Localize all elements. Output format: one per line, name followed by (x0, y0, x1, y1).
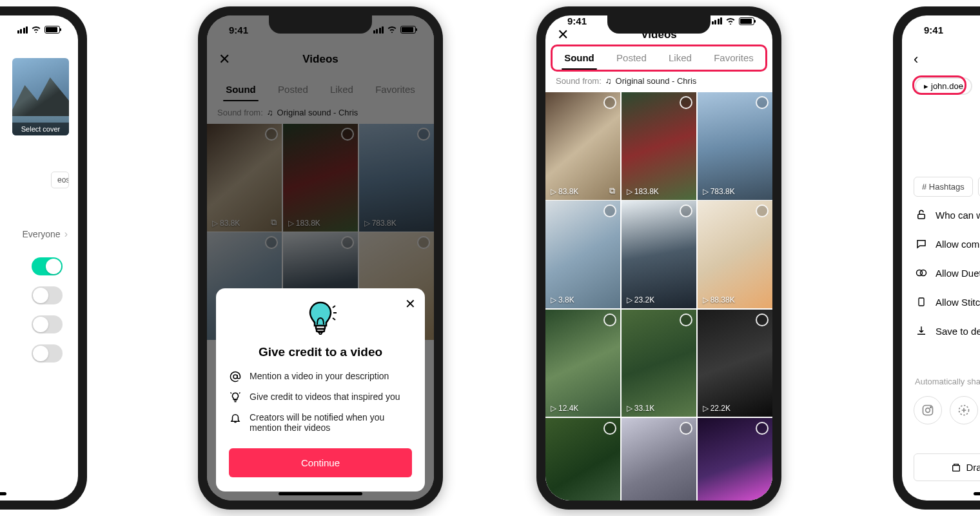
comment-icon (915, 238, 928, 250)
play-icon-small: ▸ (924, 81, 928, 91)
setting-privacy[interactable]: Who can watch t (915, 209, 980, 221)
svg-point-5 (233, 375, 237, 379)
share-label: Automatically share to: (915, 377, 980, 386)
tip-credit: Give credit to videos that inspired you (229, 392, 412, 403)
play-icon: ▷ (703, 187, 709, 196)
bell-icon (229, 412, 242, 424)
video-tile[interactable]: ▷3.8K (545, 201, 620, 308)
music-note-icon: ♫ (605, 76, 612, 86)
toggle-allow-comments[interactable] (32, 257, 63, 275)
battery-icon (44, 26, 60, 34)
download-icon (915, 325, 928, 337)
svg-rect-16 (953, 465, 960, 471)
play-icon: ▷ (551, 295, 556, 304)
play-icon: ▷ (627, 187, 632, 196)
mention-chip[interactable]: ▸ john.doe (915, 77, 972, 95)
cellular-icon (712, 17, 723, 25)
battery-icon (739, 17, 754, 25)
toggle-allow-duet[interactable] (32, 286, 63, 304)
setting-duet[interactable]: Allow Duet (915, 267, 980, 279)
share-instagram[interactable] (914, 396, 942, 424)
phone-post-settings: s, or ou Select cover eos o a video Ever… (0, 6, 87, 510)
status-bar: 9:41 (545, 15, 772, 26)
page-title: Videos (545, 28, 772, 41)
hashtags-chip[interactable]: # Hashtags (914, 177, 973, 197)
status-bar (0, 15, 78, 44)
share-icons-row (914, 396, 980, 424)
video-tile[interactable]: ▷12.4K (545, 310, 620, 417)
back-icon[interactable]: ‹ (914, 51, 918, 68)
svg-point-13 (926, 408, 930, 413)
privacy-row[interactable]: Everyone › (23, 228, 68, 240)
svg-point-10 (921, 270, 926, 276)
page-header: ✕ Videos (545, 26, 772, 43)
phone-video-selector: 9:41 ✕ Videos Sound Posted Liked Favorit… (536, 6, 781, 510)
svg-line-2 (333, 306, 335, 308)
video-tile[interactable]: ▷88.38K (698, 201, 772, 308)
play-icon: ▷ (551, 404, 556, 413)
video-tile[interactable]: ▷33.1K (622, 310, 696, 417)
tab-sound[interactable]: Sound (562, 48, 597, 70)
multi-icon: ⧉ (609, 186, 615, 196)
status-time: 9:41 (924, 25, 943, 35)
svg-point-14 (930, 407, 932, 408)
play-icon: ▷ (551, 187, 556, 196)
tag-chips-row: # Hashtags @ Ment (914, 177, 980, 197)
video-tile[interactable]: ▷183.8K (622, 92, 696, 200)
page-header: ‹ (902, 44, 980, 75)
at-icon (229, 371, 242, 382)
lock-icon (915, 209, 928, 221)
video-tile[interactable]: ▷83.8K⧉ (545, 92, 620, 200)
select-cover-label: Select cover (12, 123, 69, 135)
svg-line-4 (333, 318, 335, 320)
video-tile[interactable] (545, 418, 620, 501)
setting-save-device[interactable]: Save to device (915, 325, 980, 337)
video-tile[interactable]: ▷23.2K (622, 201, 696, 308)
cover-thumbnail[interactable]: Select cover (12, 58, 69, 135)
video-tile[interactable] (622, 418, 696, 501)
tip-notify: Creators will be notified when you menti… (229, 412, 412, 433)
wifi-icon (725, 16, 736, 26)
cellular-icon (17, 26, 28, 34)
share-stories[interactable] (950, 396, 978, 424)
duet-icon (915, 267, 928, 279)
video-tile[interactable]: ▷22.2K (698, 310, 772, 417)
close-icon[interactable]: ✕ (557, 26, 569, 43)
tab-posted[interactable]: Posted (614, 48, 649, 70)
svg-rect-8 (918, 214, 925, 219)
home-indicator (0, 492, 6, 495)
status-bar: 9:41 (902, 15, 980, 44)
setting-comments[interactable]: Allow comments (915, 238, 980, 250)
phone-video-selector-modal: 9:41 ✕ Videos Sound Posted Liked Favorit… (198, 6, 443, 510)
credit-modal: ✕ Give credit to a video Mention a video… (216, 288, 425, 491)
videos-chip[interactable]: eos (51, 172, 69, 188)
phone-post-editor: 9:41 ‹ ▸ john.doe # Hashtags @ Ment Who … (893, 6, 980, 510)
tab-liked[interactable]: Liked (666, 48, 694, 70)
play-icon: ▷ (703, 295, 709, 304)
setting-stitch[interactable]: Allow Stitch (915, 296, 980, 308)
sound-from-row: Sound from: ♫ Original sound - Chris (545, 70, 772, 92)
modal-close-icon[interactable]: ✕ (405, 296, 416, 312)
play-icon: ▷ (627, 295, 632, 304)
video-tile[interactable]: ▷783.8K (698, 92, 772, 200)
video-tile[interactable] (698, 418, 772, 501)
tip-mention: Mention a video in your description (229, 371, 412, 382)
play-icon: ▷ (703, 404, 709, 413)
tab-favorites[interactable]: Favorites (711, 48, 756, 70)
play-icon: ▷ (627, 404, 632, 413)
toggle-save-device[interactable] (32, 344, 63, 362)
wifi-icon (31, 25, 41, 35)
drafts-icon (951, 462, 961, 473)
home-indicator (974, 492, 980, 495)
drafts-button[interactable]: Drafts (914, 453, 980, 481)
svg-line-6 (231, 393, 232, 394)
home-indicator (279, 492, 362, 495)
toggle-allow-stitch[interactable] (32, 315, 63, 333)
stitch-icon (915, 296, 928, 308)
idea-icon (229, 392, 242, 403)
svg-rect-11 (919, 298, 924, 306)
modal-title: Give credit to a video (229, 345, 412, 359)
status-time: 9:41 (567, 15, 587, 26)
continue-button[interactable]: Continue (229, 448, 412, 477)
video-grid: ▷83.8K⧉ ▷183.8K ▷783.8K ▷3.8K ▷23.2K ▷88… (545, 92, 772, 501)
